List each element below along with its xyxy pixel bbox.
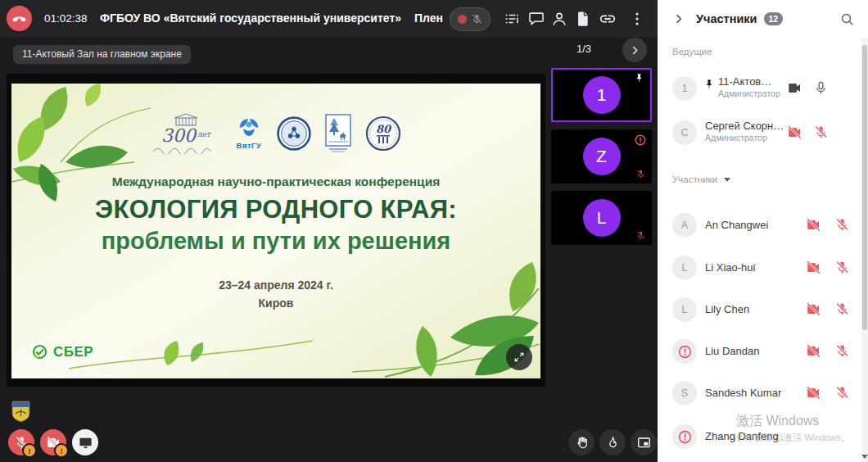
mic-off-icon [813, 125, 829, 140]
mic-on-icon [813, 80, 829, 96]
building-sketch-icon [174, 113, 198, 126]
sber-check-ring-icon [31, 343, 48, 360]
conference-title-caps: ЭКОЛОГИЯ РОДНОГО КРАЯ: [11, 195, 540, 224]
mic-off-icon [635, 230, 646, 241]
warning-icon [677, 344, 693, 360]
jazz-meeting-window: 01:02:38 ФГБОУ ВО «Вятский государственн… [0, 0, 868, 462]
search-participants-button[interactable] [839, 11, 855, 27]
participant-row[interactable]: A An Changwei [658, 211, 868, 240]
mic-off-icon [635, 169, 646, 179]
tiles-next-page-button[interactable] [622, 38, 647, 62]
reactions-button[interactable] [599, 429, 626, 455]
participants-button[interactable] [550, 9, 569, 28]
mic-off-button[interactable] [834, 343, 850, 359]
vyatgu-label: ВятГУ [237, 141, 262, 150]
camera-off-button[interactable] [806, 343, 821, 359]
video-tiles-column: 1 Z L [551, 68, 652, 252]
scrollbar-thumb[interactable] [862, 45, 867, 330]
document-icon [574, 10, 592, 28]
picture-in-picture-button[interactable] [631, 429, 657, 455]
record-dot-icon [458, 15, 467, 24]
pip-icon [636, 435, 652, 451]
camera-off-button[interactable] [806, 301, 821, 317]
mic-on-button[interactable] [813, 80, 829, 96]
mic-off-icon [834, 301, 850, 317]
video-tile-1[interactable]: 1 [551, 68, 652, 122]
meeting-timer: 01:02:38 [44, 12, 88, 25]
avatar: L [672, 256, 697, 280]
warning-icon [677, 429, 693, 445]
screen-share-button[interactable] [72, 429, 98, 455]
mic-off-icon [834, 343, 850, 359]
media-controls: ! ! [8, 429, 98, 455]
eighty-label: 80 [365, 123, 401, 135]
chat-button[interactable] [527, 9, 546, 28]
conference-slide: 300лет ВятГУ [11, 84, 540, 378]
camera-off-button[interactable] [806, 260, 821, 275]
meeting-title-continued: Плен [414, 11, 447, 25]
documents-button[interactable] [574, 9, 593, 28]
panel-title: Участники [696, 12, 757, 25]
camera-on-icon [787, 80, 802, 96]
mic-off-button[interactable] [813, 125, 829, 140]
chevron-right-icon [629, 44, 641, 57]
conference-city: Киров [11, 297, 540, 310]
expand-screen-button[interactable] [506, 344, 532, 370]
scrollbar-down-arrow[interactable] [861, 455, 868, 459]
reaction-controls [568, 429, 657, 455]
camera-toggle-button[interactable]: ! [40, 429, 66, 455]
host-row[interactable]: 1 11-Актов… Администратор [658, 73, 868, 104]
camera-off-button[interactable] [787, 125, 802, 140]
conference-title-sub: проблемы и пути их решения [11, 228, 540, 255]
mic-toggle-button[interactable]: ! [8, 429, 34, 455]
video-tile-2[interactable]: Z [551, 129, 652, 183]
raise-hand-button[interactable] [568, 429, 594, 455]
chat-icon [527, 10, 545, 28]
host-name: Сергей Скорн… [705, 120, 784, 132]
mic-off-icon [834, 385, 850, 401]
host-role: Администратор [705, 133, 767, 143]
recording-indicator[interactable] [450, 7, 491, 31]
participants-section-label[interactable]: Участники [672, 174, 730, 184]
more-options-button[interactable] [628, 9, 647, 28]
sidebar-scrollbar[interactable] [861, 38, 868, 462]
shared-screen: 300лет ВятГУ [7, 74, 545, 387]
connection-warning-icon [634, 134, 647, 147]
sber-logo: СБЕР [31, 343, 93, 360]
participant-row[interactable]: Zhang Danfeng [658, 422, 868, 451]
hangup-button[interactable] [7, 6, 32, 31]
kirov-coat-of-arms [11, 401, 30, 423]
mic-off-button[interactable] [834, 385, 850, 401]
monitor-icon [78, 435, 93, 451]
video-tile-3[interactable]: L [551, 191, 652, 245]
top-bar: 01:02:38 ФГБОУ ВО «Вятский государственн… [0, 0, 658, 37]
avatar-warning [672, 339, 697, 364]
camera-off-button[interactable] [806, 385, 821, 401]
participant-row[interactable]: S Sandesh Kumar [658, 378, 868, 408]
participant-row[interactable]: L Lily Chen [658, 295, 868, 324]
participants-count-badge: 12 [764, 12, 784, 25]
participant-row[interactable]: Liu Dandan [658, 337, 868, 366]
mic-off-icon [834, 217, 850, 233]
mic-off-button[interactable] [834, 217, 850, 233]
mic-alert-badge: ! [22, 443, 37, 458]
conference-dates: 23–24 апреля 2024 г. [11, 279, 540, 292]
pin-icon [634, 73, 644, 84]
round-molecule-emblem [277, 116, 311, 151]
chevron-down-icon [724, 178, 730, 182]
host-name: 11-Актов… [718, 75, 771, 88]
meeting-notes-button[interactable] [503, 9, 522, 28]
expand-icon [513, 351, 526, 364]
anniversary-80-logo: 80 [365, 116, 401, 152]
pin-icon [703, 79, 715, 90]
host-row[interactable]: C Сергей Скорн… Администратор [658, 117, 868, 148]
mic-off-button[interactable] [834, 260, 850, 275]
avatar: L [672, 297, 697, 322]
camera-on-button[interactable] [787, 80, 802, 96]
collapse-panel-button[interactable] [672, 12, 685, 25]
participant-row[interactable]: L Li Xiao-hui [658, 253, 868, 283]
mic-off-button[interactable] [834, 301, 850, 317]
recording-mic-off-icon [471, 13, 483, 25]
copy-link-button[interactable] [599, 9, 617, 28]
camera-off-button[interactable] [806, 217, 821, 233]
